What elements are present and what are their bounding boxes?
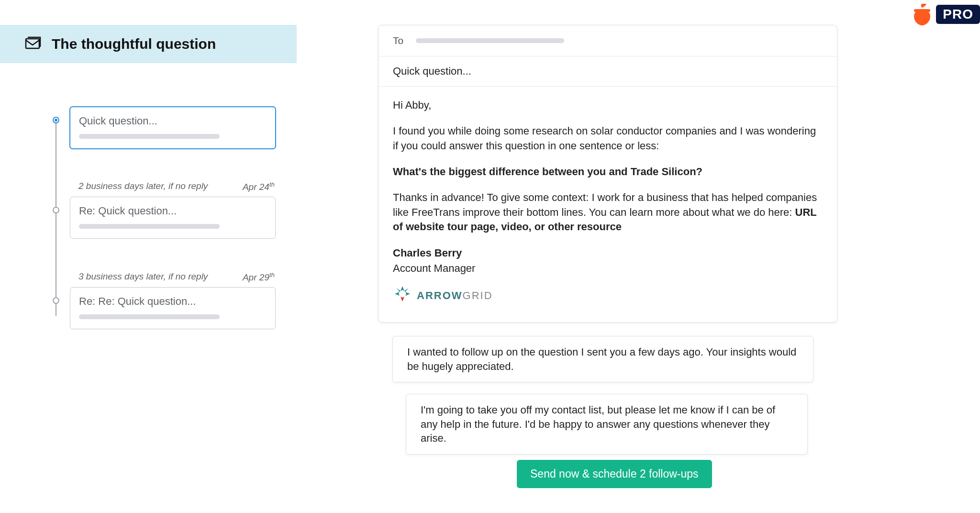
step-subject: Quick question...	[79, 115, 267, 127]
template-title: The thoughtful question	[52, 36, 216, 52]
step-delay-label: 2 business days later, if no reply	[78, 181, 208, 192]
pro-badge: PRO	[910, 3, 980, 26]
step-preview-placeholder	[79, 314, 220, 319]
svg-rect-0	[914, 9, 930, 12]
email-body[interactable]: Hi Abby, I found you while doing some re…	[379, 87, 837, 322]
timeline-line	[56, 120, 56, 316]
followup-text: I wanted to follow up on the question I …	[407, 346, 796, 372]
to-placeholder	[416, 38, 564, 43]
timeline-node-3	[53, 297, 59, 304]
svg-rect-1	[26, 39, 39, 48]
pro-label: PRO	[936, 5, 980, 24]
sequence-step-3[interactable]: Re: Re: Quick question...	[70, 287, 276, 329]
email-compose-panel: To Quick question... Hi Abby, I found yo…	[378, 25, 837, 323]
signature-logo: ARROWGRID	[393, 284, 823, 307]
subject-field[interactable]: Quick question...	[379, 56, 837, 87]
step-delay-label: 3 business days later, if no reply	[78, 271, 208, 283]
step-3-meta: 3 business days later, if no reply Apr 2…	[78, 271, 275, 283]
followup-text: I'm going to take you off my contact lis…	[421, 404, 775, 444]
signature: Charles Berry Account Manager ARROWGRID	[393, 246, 823, 308]
step-subject: Re: Quick question...	[79, 205, 267, 217]
step-preview-placeholder	[79, 134, 220, 139]
step-2-meta: 2 business days later, if no reply Apr 2…	[78, 181, 275, 192]
greeting: Hi Abby,	[393, 98, 823, 112]
send-button[interactable]: Send now & schedule 2 follow-ups	[517, 460, 712, 488]
to-field-row[interactable]: To	[379, 25, 837, 56]
followup-card-2[interactable]: I'm going to take you off my contact lis…	[406, 394, 808, 455]
sequence-step-2[interactable]: Re: Quick question...	[70, 197, 276, 239]
followup-card-1[interactable]: I wanted to follow up on the question I …	[392, 336, 813, 382]
sequence-step-1[interactable]: Quick question...	[70, 107, 276, 149]
step-date: Apr 24th	[243, 181, 275, 192]
step-subject: Re: Re: Quick question...	[79, 295, 267, 308]
timeline-node-1	[53, 117, 59, 123]
to-label: To	[393, 35, 403, 46]
step-date: Apr 29th	[243, 271, 275, 283]
intro-text: I found you while doing some research on…	[393, 124, 823, 153]
acorn-icon	[910, 3, 934, 26]
timeline-node-2	[53, 207, 59, 213]
company-name: ARROWGRID	[417, 289, 493, 303]
context-text: Thanks in advance! To give some context:…	[393, 190, 823, 234]
template-header: The thoughtful question	[0, 25, 297, 63]
envelope-icon	[24, 36, 41, 52]
signature-title: Account Manager	[393, 261, 823, 276]
question-text: What's the biggest difference between yo…	[393, 165, 823, 179]
arrowgrid-icon	[393, 284, 412, 307]
step-preview-placeholder	[79, 224, 220, 229]
signature-name: Charles Berry	[393, 246, 823, 260]
